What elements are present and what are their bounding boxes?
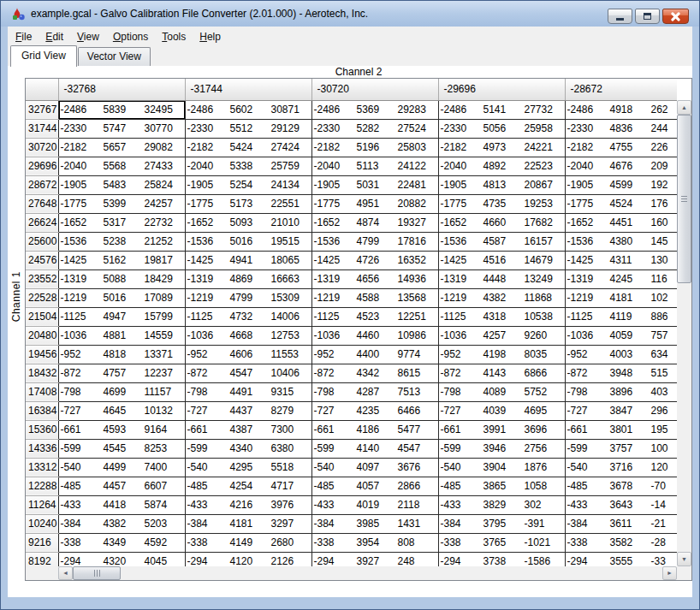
grid-cell[interactable]: -3383582-28: [565, 533, 677, 552]
grid-cell[interactable]: -1125494715799: [58, 307, 185, 326]
column-header[interactable]: -32768: [58, 79, 185, 100]
horizontal-scroll-thumb[interactable]: [73, 566, 121, 580]
grid-cell[interactable]: -2943738-1586: [438, 552, 565, 566]
grid-cell[interactable]: -1425451614679: [438, 251, 565, 269]
grid-cell[interactable]: -54044997400: [58, 458, 185, 477]
grid-cell[interactable]: -1219458813568: [311, 288, 438, 307]
grid-cell[interactable]: -1319444813249: [438, 269, 565, 288]
grid-cell[interactable]: -1425472616352: [311, 251, 438, 269]
row-header[interactable]: 22528: [26, 288, 58, 307]
grid-cell[interactable]: -66139913696: [438, 420, 565, 439]
row-header[interactable]: 31744: [26, 119, 58, 138]
grid-cell[interactable]: -2040556827433: [58, 157, 185, 175]
grid-cell[interactable]: -3383765-1021: [438, 533, 565, 552]
row-header[interactable]: 17408: [26, 382, 58, 401]
row-header[interactable]: 26624: [26, 213, 58, 232]
grid-cell[interactable]: -19054599192: [565, 175, 677, 194]
grid-cell[interactable]: -3843611-21: [565, 514, 677, 533]
menu-options[interactable]: Options: [106, 27, 155, 46]
grid-cell[interactable]: -1905503122481: [311, 175, 438, 194]
grid-cell[interactable]: -59941404547: [311, 439, 438, 458]
grid-cell[interactable]: -59945458253: [58, 439, 185, 458]
grid-cell[interactable]: -2943555-33: [565, 552, 677, 566]
grid-cell[interactable]: -1319508818429: [58, 269, 185, 288]
row-header[interactable]: 15360: [26, 420, 58, 439]
title-bar[interactable]: example.gcal - Galvo Calibration File Co…: [1, 1, 699, 27]
grid-cell[interactable]: -48544576607: [58, 477, 185, 495]
grid-cell[interactable]: -2182519625803: [311, 138, 438, 157]
grid-cell[interactable]: -1036488114559: [58, 326, 185, 345]
scroll-left-icon[interactable]: ◄: [58, 566, 73, 580]
row-header[interactable]: 8192: [26, 552, 58, 566]
grid-cell[interactable]: -2182497324221: [438, 138, 565, 157]
grid-cell[interactable]: -59939462756: [438, 439, 565, 458]
grid-cell[interactable]: -48538651058: [438, 477, 565, 495]
grid-cell[interactable]: -17754524176: [565, 194, 677, 213]
grid-cell[interactable]: -1536501619515: [185, 232, 311, 251]
grid-cell[interactable]: -29443204045: [58, 552, 185, 566]
vertical-scrollbar[interactable]: ▲ ▼: [677, 100, 691, 566]
row-header[interactable]: 27648: [26, 194, 58, 213]
grid-cell[interactable]: -1652487419327: [311, 213, 438, 232]
grid-cell[interactable]: -66143877300: [185, 420, 311, 439]
row-header[interactable]: 20480: [26, 326, 58, 345]
row-header[interactable]: 16384: [26, 401, 58, 420]
grid-cell[interactable]: -12194181102: [565, 288, 677, 307]
row-header[interactable]: 21504: [26, 307, 58, 326]
grid-cell[interactable]: -54042955518: [185, 458, 311, 477]
grid-cell[interactable]: -103642579260: [438, 326, 565, 345]
close-button[interactable]: [662, 9, 689, 24]
grid-cell[interactable]: -54040973676: [311, 458, 438, 477]
grid-cell[interactable]: -2330551229129: [185, 119, 311, 138]
row-header[interactable]: 11264: [26, 495, 58, 514]
grid-cell[interactable]: -72740394695: [438, 401, 565, 420]
grid-cell[interactable]: -1125431810538: [438, 307, 565, 326]
grid-cell[interactable]: -66141865477: [311, 420, 438, 439]
grid-cell[interactable]: -4853678-70: [565, 477, 677, 495]
row-header[interactable]: 18432: [26, 364, 58, 382]
grid-cell[interactable]: -10364059757: [565, 326, 677, 345]
grid-cell[interactable]: -4333829302: [438, 495, 565, 514]
grid-cell[interactable]: -13194245116: [565, 269, 677, 288]
grid-cell[interactable]: -1319486916663: [185, 269, 311, 288]
horizontal-scrollbar[interactable]: ◄ ►: [58, 566, 677, 580]
grid-cell[interactable]: -5993757100: [565, 439, 677, 458]
grid-cell[interactable]: -66145939164: [58, 420, 185, 439]
grid-cell[interactable]: -1652509321010: [185, 213, 311, 232]
grid-cell[interactable]: -16524451160: [565, 213, 677, 232]
grid-cell[interactable]: -2486536929283: [311, 100, 438, 119]
column-header[interactable]: -31744: [185, 79, 311, 100]
grid-cell[interactable]: -2486560230871: [185, 100, 311, 119]
grid-cell[interactable]: -1036466812753: [185, 326, 311, 345]
scroll-right-icon[interactable]: ►: [662, 566, 677, 580]
grid-cell[interactable]: -54039041876: [438, 458, 565, 477]
column-header[interactable]: -29696: [438, 79, 565, 100]
grid-cell[interactable]: -2040511324122: [311, 157, 438, 175]
grid-cell[interactable]: -43340192118: [311, 495, 438, 514]
grid-cell[interactable]: -79842877513: [311, 382, 438, 401]
grid-cell[interactable]: -33841492680: [185, 533, 311, 552]
grid-cell[interactable]: -79844919315: [185, 382, 311, 401]
row-header[interactable]: 23552: [26, 269, 58, 288]
grid-cell[interactable]: -14254311130: [565, 251, 677, 269]
grid-cell[interactable]: -20404676209: [565, 157, 677, 175]
row-header[interactable]: 25600: [26, 232, 58, 251]
grid-cell[interactable]: -1536458716157: [438, 232, 565, 251]
grid-cell[interactable]: -38439851431: [311, 514, 438, 533]
column-header[interactable]: -28672: [565, 79, 677, 100]
grid-cell[interactable]: -1775495120882: [311, 194, 438, 213]
row-header[interactable]: 12288: [26, 477, 58, 495]
grid-cell[interactable]: -872475712237: [58, 364, 185, 382]
grid-cell[interactable]: -1219438211868: [438, 288, 565, 307]
grid-cell[interactable]: -1775539924257: [58, 194, 185, 213]
grid-cell[interactable]: -872454710406: [185, 364, 311, 382]
grid-cell[interactable]: -48542544717: [185, 477, 311, 495]
grid-cell[interactable]: -1905525424134: [185, 175, 311, 194]
grid-cell[interactable]: -8723948515: [565, 364, 677, 382]
grid-cell[interactable]: -2330528227524: [311, 119, 438, 138]
grid-cell[interactable]: -1775517322551: [185, 194, 311, 213]
row-header[interactable]: 19456: [26, 345, 58, 364]
grid-cell[interactable]: -72744378279: [185, 401, 311, 420]
tab-vector-view[interactable]: Vector View: [78, 47, 151, 66]
grid-cell[interactable]: -29441202126: [185, 552, 311, 566]
